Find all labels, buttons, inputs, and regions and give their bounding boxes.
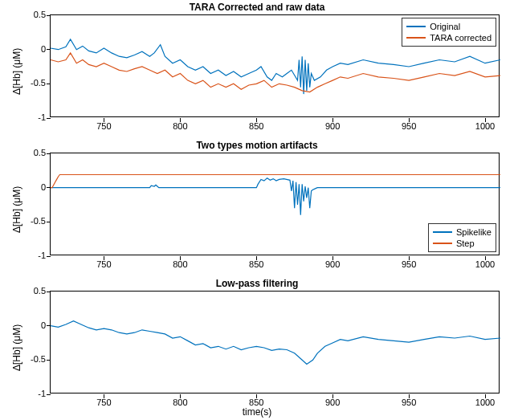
y-tick bbox=[47, 84, 51, 84]
panel-3: Low-pass filtering -1-0.500.575080085090… bbox=[0, 276, 514, 414]
x-tick-label: 950 bbox=[397, 121, 421, 131]
legend-row: TARA corrected bbox=[406, 32, 492, 43]
y-tick bbox=[47, 49, 51, 50]
x-tick-label: 1000 bbox=[473, 259, 497, 269]
series-line bbox=[51, 178, 500, 215]
y-tick bbox=[47, 222, 51, 222]
panel-1-axes: Original TARA corrected -1-0.500.5750800… bbox=[50, 14, 500, 117]
panel-1-ylabel: Δ[Hb] (μM) bbox=[11, 48, 22, 95]
y-tick bbox=[47, 256, 51, 257]
panel-3-xlabel: time(s) bbox=[0, 406, 514, 418]
y-tick bbox=[47, 187, 51, 188]
legend-swatch bbox=[433, 243, 452, 244]
y-tick bbox=[47, 325, 51, 326]
x-tick-label: 750 bbox=[92, 121, 116, 131]
panel-1: TARA Corrected and raw data Original TAR… bbox=[0, 0, 514, 138]
x-tick-label: 950 bbox=[397, 259, 421, 269]
y-tick bbox=[47, 153, 51, 154]
panel-1-title: TARA Corrected and raw data bbox=[0, 2, 514, 13]
y-tick-label: -1 bbox=[15, 389, 46, 398]
panel-2-title: Two types motion artifacts bbox=[0, 140, 514, 151]
legend-swatch bbox=[433, 231, 452, 233]
series-line bbox=[51, 175, 500, 188]
panel-2-axes: Spikelike Step -1-0.500.5750800850900950… bbox=[50, 153, 500, 255]
x-tick-label: 850 bbox=[244, 121, 268, 131]
series-line bbox=[51, 53, 500, 92]
panel-2-legend: Spikelike Step bbox=[428, 223, 496, 252]
x-tick-label: 800 bbox=[168, 121, 192, 131]
y-tick-label: 0.5 bbox=[15, 286, 46, 296]
legend-row: Original bbox=[406, 21, 492, 32]
panel-3-ylabel: Δ[Hb] (μM) bbox=[11, 324, 22, 371]
y-tick bbox=[47, 292, 51, 292]
panel-3-title: Low-pass filtering bbox=[0, 278, 514, 289]
legend-label: Original bbox=[430, 22, 460, 31]
legend-label: TARA corrected bbox=[430, 33, 492, 43]
panel-3-plot bbox=[51, 292, 500, 394]
y-tick-label: -1 bbox=[15, 251, 46, 260]
x-tick-label: 900 bbox=[320, 121, 345, 131]
x-tick-label: 800 bbox=[168, 259, 192, 269]
panel-1-legend: Original TARA corrected bbox=[402, 18, 496, 47]
y-tick bbox=[47, 118, 51, 119]
panel-3-axes: -1-0.500.57508008509009501000 bbox=[50, 291, 500, 393]
legend-swatch bbox=[406, 26, 426, 27]
y-tick-label: 0.5 bbox=[15, 10, 46, 19]
legend-label: Step bbox=[456, 239, 475, 248]
x-tick-label: 1000 bbox=[473, 121, 497, 131]
x-tick-label: 750 bbox=[92, 259, 116, 269]
x-tick-label: 850 bbox=[244, 259, 268, 269]
y-tick bbox=[47, 394, 51, 395]
y-tick-label: -1 bbox=[15, 112, 46, 122]
y-tick bbox=[47, 360, 51, 361]
panel-2: Two types motion artifacts Spikelike Ste… bbox=[0, 138, 514, 276]
legend-label: Spikelike bbox=[456, 227, 492, 237]
y-tick bbox=[47, 15, 51, 16]
x-tick-label: 900 bbox=[320, 259, 345, 269]
figure: TARA Corrected and raw data Original TAR… bbox=[0, 0, 514, 420]
series-line bbox=[51, 321, 500, 365]
legend-row: Spikelike bbox=[433, 226, 492, 238]
panel-2-ylabel: Δ[Hb] (μM) bbox=[11, 186, 22, 233]
legend-row: Step bbox=[433, 238, 492, 249]
legend-swatch bbox=[406, 37, 426, 39]
y-tick-label: 0.5 bbox=[15, 148, 46, 157]
